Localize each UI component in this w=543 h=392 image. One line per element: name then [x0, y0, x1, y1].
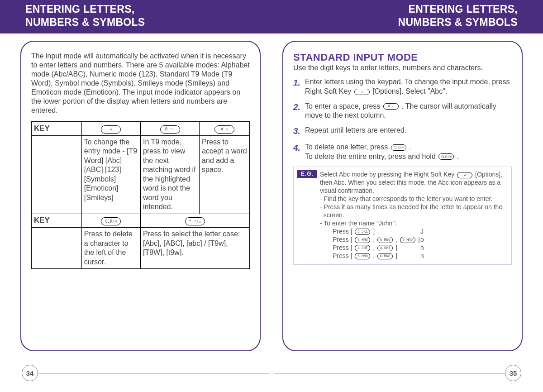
softkey-icon: ↲: [354, 89, 370, 95]
eg-line-left: Press [ 6 MNO , 6 MNO , 6 MNO ]: [333, 236, 420, 244]
step-text: To enter a space, press # ⇧ . The cursor…: [305, 102, 512, 121]
clr-key-icon: CLR/⌫: [101, 217, 121, 225]
key-label: KEY: [32, 122, 82, 136]
step-item: 2. To enter a space, press # ⇧ . The cur…: [293, 102, 512, 121]
star-key-icon: * ᵃ/ₐ: [185, 217, 205, 225]
step-text-2a: To delete the entire entry, press and ho…: [305, 153, 438, 160]
digit-key-icon: 5 JKL: [355, 229, 370, 235]
key-glyph-cell: CLR/⌫: [81, 214, 140, 228]
empty-cell: [32, 135, 82, 214]
step-item: 1. Enter letters using the keypad. To ch…: [293, 77, 512, 96]
table-cell: In T9 mode, press to view the next match…: [140, 135, 199, 214]
step-number: 3.: [293, 126, 302, 137]
eg-line: Press [ 4 GHI , 4 GHI ]h: [333, 244, 507, 252]
zero-key-icon: 0 ⁺₋: [160, 125, 180, 134]
key-glyph-cell: * ᵃ/ₐ: [140, 214, 249, 228]
eg-line-left: Press [ 6 MNO , 6 MNO ]: [333, 252, 420, 260]
step-text-b: .: [407, 143, 411, 151]
eg-line-right: o: [420, 236, 434, 244]
key-glyph-cell: 0 ⁺₋: [140, 122, 199, 136]
digit-key-icon: 4 GHI: [355, 245, 370, 251]
eg-bullet: - Press it as many times as needed for t…: [320, 203, 507, 211]
eg-line: Press [ 6 MNO , 6 MNO ]n: [333, 252, 507, 260]
header-left: ENTERING LETTERS, NUMBERS & SYMBOLS: [25, 3, 145, 29]
header-right: ENTERING LETTERS, NUMBERS & SYMBOLS: [398, 3, 518, 29]
step-number: 2.: [293, 102, 302, 121]
softkey-icon: ↲: [101, 125, 121, 134]
step-number: 4.: [293, 143, 302, 162]
pound-key-icon: # ⇧: [214, 125, 234, 134]
header-right-line1: ENTERING LETTERS,: [398, 3, 518, 16]
table-cell: Press to accept a word and add a space.: [200, 135, 250, 214]
section-sub: Use the digit keys to enter letters, num…: [293, 64, 512, 72]
step-item: 4. To delete one letter, press CLR/⌫ . T…: [293, 143, 512, 162]
eg-line-right: h: [420, 244, 434, 252]
eg-p1a: Select Abc mode by pressing the Right So…: [320, 171, 456, 178]
eg-bullet: - To enter the name "John":: [320, 220, 507, 228]
section-heading: STANDARD INPUT MODE: [293, 52, 512, 63]
digit-key-icon: 6 MNO: [355, 237, 370, 243]
key-glyph-cell: # ⇧: [200, 122, 250, 136]
intro-text: The input mode will automatically be act…: [31, 52, 250, 115]
table-cell: Press to delete a character to the left …: [81, 228, 140, 269]
page: ENTERING LETTERS, NUMBERS & SYMBOLS ENTE…: [0, 0, 543, 392]
header-left-line2: NUMBERS & SYMBOLS: [25, 16, 145, 29]
step-text: Enter letters using the keypad. To chang…: [305, 77, 512, 96]
step-item: 3. Repeat until letters are entered.: [293, 126, 512, 137]
header-bar: ENTERING LETTERS, NUMBERS & SYMBOLS ENTE…: [0, 0, 543, 33]
example-body: Select Abc mode by pressing the Right So…: [320, 171, 507, 260]
digit-key-icon: 6 MNO: [377, 237, 393, 243]
eg-bullet-cont: screen.: [320, 211, 507, 220]
page-number-left: 34: [22, 365, 38, 381]
empty-cell: [32, 228, 82, 269]
eg-key-lines: Press [ 5 JKL ]JPress [ 6 MNO , 6 MNO , …: [333, 228, 507, 260]
step-text: Repeat until letters are entered.: [305, 126, 406, 137]
eg-bullet: - Find the key that corresponds to the l…: [320, 195, 507, 203]
steps-list: 1. Enter letters using the keypad. To ch…: [293, 77, 512, 161]
digit-key-icon: 6 MNO: [400, 237, 415, 243]
table-cell: To change the entry mode - [T9 Word] [Ab…: [81, 135, 140, 214]
table-cell: Press to select the letter case: [Abc], …: [140, 228, 249, 269]
digit-key-icon: 6 MNO: [377, 253, 393, 259]
key-glyph-cell: ↲: [81, 122, 140, 136]
pound-key-icon: # ⇧: [383, 103, 399, 110]
step-text-a: To delete one letter, press: [305, 143, 390, 151]
eg-line: Press [ 5 JKL ]J: [333, 228, 507, 236]
step-number: 1.: [293, 77, 302, 96]
left-panel: The input mode will automatically be act…: [20, 41, 261, 351]
page-rule: [274, 373, 505, 374]
clr-key-icon: CLR/⌫: [391, 144, 406, 151]
eg-line: Press [ 6 MNO , 6 MNO , 6 MNO ]o: [333, 236, 507, 244]
example-tag: E.G.: [297, 170, 317, 178]
eg-line-right: J: [420, 228, 434, 236]
page-number-right: 35: [505, 365, 521, 381]
step-text-b: [Options]. Select "Abc".: [371, 87, 448, 95]
key-label: KEY: [32, 214, 82, 228]
step-text-a: To enter a space, press: [305, 102, 382, 110]
digit-key-icon: 4 GHI: [377, 245, 393, 251]
softkey-icon: ↲: [457, 172, 472, 178]
key-table-1: KEY ↲ 0 ⁺₋ # ⇧ To change the entry mode …: [31, 121, 250, 269]
step-text-2b: .: [455, 153, 459, 160]
header-left-line1: ENTERING LETTERS,: [25, 3, 145, 16]
eg-line-left: Press [ 5 JKL ]: [333, 228, 420, 236]
clr-key-icon: CLR/⌫: [438, 153, 454, 160]
digit-key-icon: 6 MNO: [355, 253, 370, 259]
columns: The input mode will automatically be act…: [20, 41, 523, 351]
example-box: E.G. Select Abc mode by pressing the Rig…: [293, 167, 512, 265]
right-panel: STANDARD INPUT MODE Use the digit keys t…: [282, 41, 523, 351]
step-text: To delete one letter, press CLR/⌫ . To d…: [305, 143, 459, 162]
header-right-line2: NUMBERS & SYMBOLS: [398, 16, 518, 29]
page-rule: [38, 373, 269, 374]
eg-line-left: Press [ 4 GHI , 4 GHI ]: [333, 244, 420, 252]
eg-line-right: n: [420, 252, 434, 260]
example-para: Select Abc mode by pressing the Right So…: [320, 171, 507, 195]
